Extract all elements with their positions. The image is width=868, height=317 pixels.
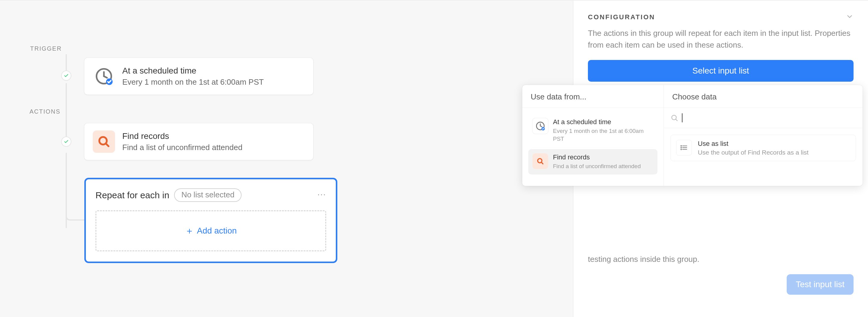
data-source-find-records[interactable]: Find records Find a list of unconfirmed … xyxy=(528,149,657,174)
choose-data-heading: Choose data xyxy=(664,85,863,108)
trigger-section-label: TRIGGER xyxy=(30,45,62,52)
more-options-icon[interactable]: ··· xyxy=(317,190,326,199)
select-input-list-button[interactable]: Select input list xyxy=(588,60,854,82)
svg-point-19 xyxy=(681,149,682,150)
svg-line-5 xyxy=(106,143,108,146)
repeat-group-node[interactable]: Repeat for each in No list selected ··· … xyxy=(84,178,337,263)
add-action-label: Add action xyxy=(197,226,237,236)
connector-line xyxy=(66,83,67,143)
svg-line-11 xyxy=(541,163,543,164)
data-source-subtitle: Find a list of unconfirmed attended xyxy=(553,163,641,170)
configuration-description: The actions in this group will repeat fo… xyxy=(588,27,854,51)
data-source-title: At a scheduled time xyxy=(553,118,653,126)
trigger-node[interactable]: At a scheduled time Every 1 month on the… xyxy=(84,58,313,95)
use-data-from-heading: Use data from... xyxy=(522,85,663,108)
data-search-input[interactable] xyxy=(686,114,856,122)
search-icon xyxy=(532,153,548,169)
plus-icon: ＋ xyxy=(185,225,194,237)
choose-option-subtitle: Use the output of Find Records as a list xyxy=(698,149,809,156)
find-node-title: Find records xyxy=(122,132,243,141)
no-list-selected-pill[interactable]: No list selected xyxy=(174,188,242,202)
step-status-success-icon xyxy=(61,70,71,81)
configuration-heading: CONFIGURATION xyxy=(588,13,655,21)
connector-elbow xyxy=(66,197,87,221)
list-icon xyxy=(676,140,692,155)
search-icon xyxy=(671,114,678,122)
data-source-subtitle: Every 1 month on the 1st at 6:00am PST xyxy=(553,127,653,143)
repeat-title: Repeat for each in xyxy=(95,190,169,200)
text-caret xyxy=(682,113,682,122)
svg-point-17 xyxy=(681,146,682,146)
find-records-node[interactable]: Find records Find a list of unconfirmed … xyxy=(84,123,313,160)
configuration-panel: CONFIGURATION The actions in this group … xyxy=(573,0,868,317)
add-action-button[interactable]: ＋ Add action xyxy=(95,210,326,251)
automation-canvas: TRIGGER ACTIONS At a schedu xyxy=(0,0,573,317)
actions-section-label: ACTIONS xyxy=(30,108,61,115)
clock-icon xyxy=(93,65,115,87)
svg-line-2 xyxy=(104,76,107,78)
svg-line-13 xyxy=(676,119,677,120)
choose-option-title: Use as list xyxy=(698,140,809,148)
find-node-subtitle: Find a list of unconfirmed attended xyxy=(122,143,243,152)
data-source-title: Find records xyxy=(553,153,641,161)
clock-icon xyxy=(532,118,548,134)
search-icon xyxy=(93,131,115,153)
data-picker-popover: Use data from... xyxy=(522,85,863,186)
data-source-scheduled-time[interactable]: At a scheduled time Every 1 month on the… xyxy=(528,114,657,147)
step-status-success-icon xyxy=(61,137,71,147)
data-search-row[interactable] xyxy=(664,108,863,128)
test-description: testing actions inside this group. xyxy=(588,253,854,265)
svg-point-18 xyxy=(681,147,682,148)
chevron-down-icon[interactable] xyxy=(846,13,854,21)
test-input-list-button[interactable]: Test input list xyxy=(787,274,854,295)
trigger-node-title: At a scheduled time xyxy=(122,66,264,76)
use-as-list-option[interactable]: Use as list Use the output of Find Recor… xyxy=(671,135,856,161)
trigger-node-subtitle: Every 1 month on the 1st at 6:00am PST xyxy=(122,78,264,87)
svg-line-8 xyxy=(540,126,542,126)
